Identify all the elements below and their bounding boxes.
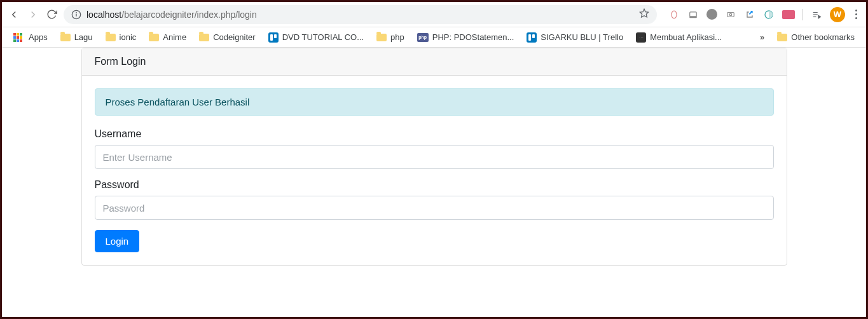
bookmark-anime[interactable]: Anime	[144, 30, 191, 44]
bookmark-overflow-icon[interactable]: »	[755, 32, 769, 42]
app-icon: ⋯	[636, 32, 646, 43]
card-header: Form Login	[82, 48, 787, 76]
username-label: Username	[95, 128, 774, 140]
toolbar-divider	[803, 9, 803, 20]
php-icon: php	[417, 33, 429, 42]
bookmark-label: Membuat Aplikasi...	[650, 32, 722, 42]
login-button[interactable]: Login	[95, 230, 140, 252]
bookmark-label: DVD TUTORIAL CO...	[282, 32, 364, 42]
folder-icon	[149, 34, 159, 41]
profile-avatar[interactable]: W	[830, 7, 845, 22]
back-button[interactable]	[8, 9, 20, 20]
bookmark-php-pdo[interactable]: php PHP: PDOStatemen...	[412, 30, 520, 44]
bookmark-label: ionic	[120, 32, 137, 42]
extension-icon-4[interactable]	[725, 9, 736, 20]
svg-marker-3	[640, 9, 648, 17]
card-title: Form Login	[95, 56, 146, 67]
alert-text: Proses Pendaftaran User Berhasil	[106, 97, 250, 107]
bookmark-php[interactable]: php	[371, 30, 410, 44]
url-text: localhost/belajarcodeigniter/index.php/l…	[86, 10, 634, 20]
forward-button[interactable]	[27, 9, 39, 20]
media-control-icon[interactable]	[811, 9, 822, 20]
bookmark-dvd-tutorial[interactable]: DVD TUTORIAL CO...	[263, 30, 369, 45]
toolbar-extensions: W	[663, 7, 860, 22]
password-input[interactable]	[95, 196, 774, 220]
bookmark-lagu[interactable]: Lagu	[55, 30, 98, 44]
username-group: Username	[95, 128, 774, 169]
password-group: Password	[95, 179, 774, 220]
url-host: localhost	[86, 10, 121, 20]
extension-icon-3[interactable]	[706, 9, 717, 20]
bookmark-label: Lagu	[74, 32, 93, 42]
trello-icon	[527, 32, 537, 43]
username-input[interactable]	[95, 145, 774, 169]
site-info-icon[interactable]	[71, 10, 81, 20]
bookmark-sigarku[interactable]: SIGARKU BLU | Trello	[521, 30, 628, 45]
bookmark-membuat-aplikasi[interactable]: ⋯ Membuat Aplikasi...	[631, 30, 727, 45]
bookmark-ionic[interactable]: ionic	[100, 30, 142, 44]
svg-rect-7	[727, 12, 734, 17]
extension-icon-7[interactable]	[782, 10, 795, 19]
bookmark-label: php	[390, 32, 404, 42]
folder-icon	[376, 34, 387, 41]
card-body: Proses Pendaftaran User Berhasil Usernam…	[82, 76, 787, 265]
nav-buttons	[8, 9, 57, 20]
bookmark-label: SIGARKU BLU | Trello	[541, 32, 623, 42]
apps-button[interactable]: Apps	[8, 30, 53, 44]
other-bookmarks-label: Other bookmarks	[791, 32, 855, 42]
folder-icon	[60, 34, 71, 41]
apps-label: Apps	[29, 32, 48, 42]
success-alert: Proses Pendaftaran User Berhasil	[95, 88, 774, 116]
bookmark-label: Codeigniter	[213, 32, 256, 42]
svg-marker-13	[818, 15, 821, 18]
reload-button[interactable]	[46, 9, 57, 20]
page-content: Form Login Proses Pendaftaran User Berha…	[2, 48, 866, 266]
folder-icon	[777, 34, 787, 41]
svg-point-2	[76, 12, 77, 13]
svg-point-8	[729, 13, 732, 16]
bookmark-label: Anime	[163, 32, 186, 42]
browser-menu-icon[interactable]	[853, 10, 860, 19]
other-bookmarks[interactable]: Other bookmarks	[772, 30, 860, 44]
extension-icon-6[interactable]	[763, 9, 775, 20]
trello-icon	[268, 32, 279, 43]
svg-rect-6	[690, 16, 697, 17]
browser-toolbar: localhost/belajarcodeigniter/index.php/l…	[2, 2, 866, 27]
extension-icon-2[interactable]	[687, 9, 699, 20]
extension-icon-1[interactable]	[668, 9, 680, 20]
svg-rect-5	[690, 11, 697, 16]
url-path: /belajarcodeigniter/index.php/login	[121, 10, 256, 20]
apps-grid-icon	[13, 33, 22, 42]
address-bar[interactable]: localhost/belajarcodeigniter/index.php/l…	[64, 5, 657, 24]
svg-point-4	[672, 11, 677, 18]
bookmarks-bar: Apps Lagu ionic Anime Codeigniter DVD TU…	[2, 27, 866, 48]
login-card: Form Login Proses Pendaftaran User Berha…	[81, 48, 787, 266]
bookmark-star-icon[interactable]	[639, 8, 649, 20]
bookmark-codeigniter[interactable]: Codeigniter	[194, 30, 261, 44]
folder-icon	[106, 34, 116, 41]
password-label: Password	[95, 179, 774, 191]
extension-icon-5[interactable]	[744, 9, 755, 20]
folder-icon	[199, 34, 209, 41]
bookmark-label: PHP: PDOStatemen...	[432, 32, 514, 42]
